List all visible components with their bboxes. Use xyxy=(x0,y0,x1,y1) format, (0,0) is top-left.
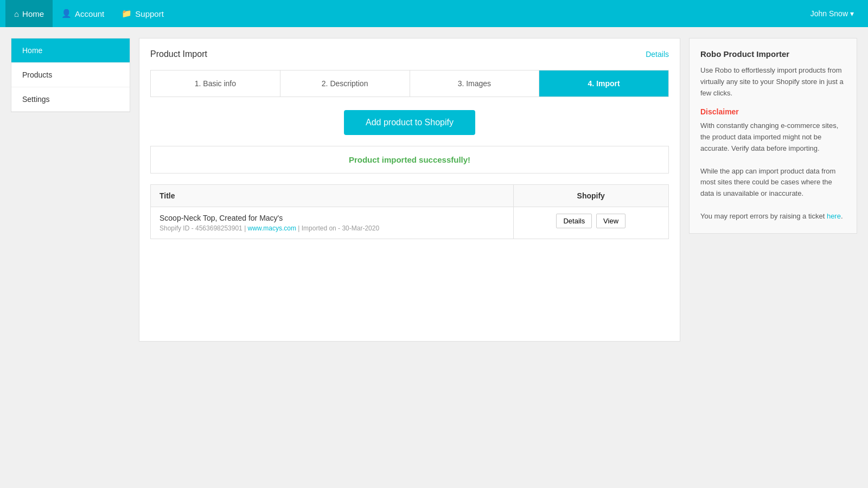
table-header-title: Title xyxy=(151,185,514,207)
sidebar-home-label: Home xyxy=(22,46,42,55)
sidebar: Home Products Settings xyxy=(11,38,130,112)
nav-account-label: Account xyxy=(75,9,104,18)
content-header: Product Import Details xyxy=(150,49,669,59)
user-icon: 👤 xyxy=(61,9,72,18)
step-description[interactable]: 2. Description xyxy=(280,70,410,97)
step-basic-info[interactable]: 1. Basic info xyxy=(151,70,280,97)
sidebar-products-label: Products xyxy=(22,70,52,79)
main-content: Product Import Details 1. Basic info 2. … xyxy=(139,38,680,342)
step-import[interactable]: 4. Import xyxy=(539,70,668,97)
nav-home[interactable]: ⌂ Home xyxy=(5,0,53,27)
step-description-label: 2. Description xyxy=(322,79,368,88)
user-name: John Snow xyxy=(810,9,848,18)
sidebar-settings-label: Settings xyxy=(22,95,50,104)
steps-tabs: 1. Basic info 2. Description 3. Images 4… xyxy=(150,70,669,97)
product-table: Title Shopify Scoop-Neck Top, Created fo… xyxy=(150,184,669,239)
top-nav: ⌂ Home 👤 Account 📁 Support John Snow ▾ xyxy=(0,0,868,27)
product-shopify-id: Shopify ID - 4563698253901 xyxy=(159,224,242,232)
main-layout: Home Products Settings Product Import De… xyxy=(0,27,868,352)
product-details-button[interactable]: Details xyxy=(556,214,592,228)
right-panel-description: Use Robo to effortlessly import products… xyxy=(700,65,846,99)
step-images-label: 3. Images xyxy=(458,79,491,88)
disclaimer-text: With constantly changing e-commerce site… xyxy=(700,120,846,222)
page-title: Product Import xyxy=(150,49,207,59)
folder-icon: 📁 xyxy=(122,9,132,18)
product-imported-date: Imported on - 30-Mar-2020 xyxy=(302,224,379,232)
product-name: Scoop-Neck Top, Created for Macy's xyxy=(159,214,505,222)
success-message: Product imported successfully! xyxy=(349,155,470,164)
step-basic-info-label: 1. Basic info xyxy=(195,79,236,88)
nav-support[interactable]: 📁 Support xyxy=(113,0,173,27)
product-meta: Shopify ID - 4563698253901 | www.macys.c… xyxy=(159,224,505,232)
table-cell-shopify: Details View xyxy=(513,207,669,239)
sidebar-item-home[interactable]: Home xyxy=(11,38,130,63)
details-link[interactable]: Details xyxy=(646,50,669,59)
disclaimer-link[interactable]: here xyxy=(827,212,841,220)
nav-support-label: Support xyxy=(135,9,164,18)
caret-down-icon: ▾ xyxy=(850,9,854,18)
success-message-box: Product imported successfully! xyxy=(150,146,669,174)
table-row: Scoop-Neck Top, Created for Macy's Shopi… xyxy=(151,207,669,239)
table-cell-title: Scoop-Neck Top, Created for Macy's Shopi… xyxy=(151,207,514,239)
nav-home-label: Home xyxy=(22,9,44,18)
table-header-shopify: Shopify xyxy=(513,185,669,207)
disclaimer-title: Disclaimer xyxy=(700,107,846,116)
product-url-link[interactable]: www.macys.com xyxy=(248,224,296,232)
sidebar-item-settings[interactable]: Settings xyxy=(11,87,130,112)
right-panel: Robo Product Importer Use Robo to effort… xyxy=(689,38,857,234)
step-images[interactable]: 3. Images xyxy=(410,70,540,97)
product-view-button[interactable]: View xyxy=(596,214,626,228)
right-panel-title: Robo Product Importer xyxy=(700,49,846,59)
sidebar-item-products[interactable]: Products xyxy=(11,63,130,87)
add-product-button[interactable]: Add product to Shopify xyxy=(344,110,475,135)
step-import-label: 4. Import xyxy=(588,79,620,88)
nav-account[interactable]: 👤 Account xyxy=(53,0,113,27)
home-icon: ⌂ xyxy=(14,9,19,18)
user-menu[interactable]: John Snow ▾ xyxy=(802,9,863,18)
